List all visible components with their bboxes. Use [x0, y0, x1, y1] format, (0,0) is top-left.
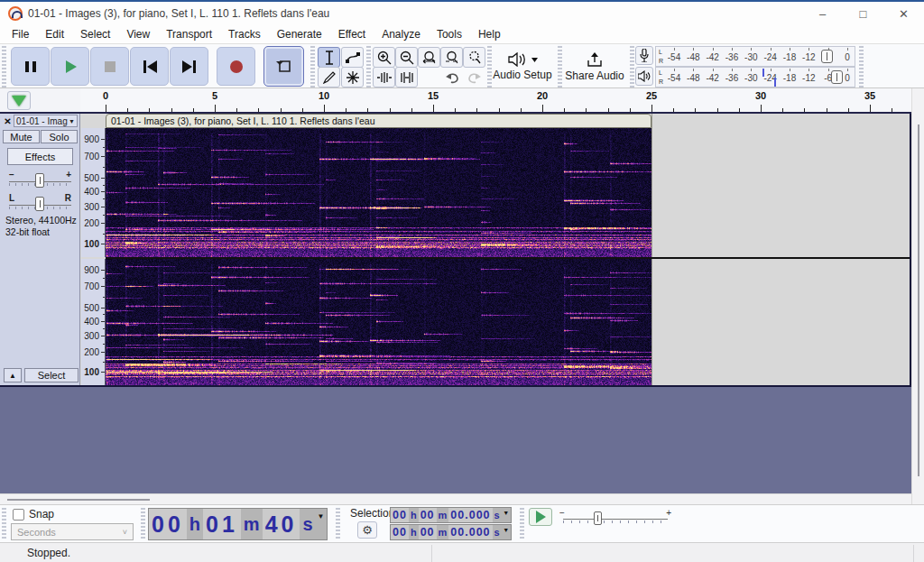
pause-button[interactable]	[11, 47, 50, 86]
sel-start-seconds[interactable]: 00.000	[448, 508, 492, 522]
record-volume-slider[interactable]	[821, 50, 833, 63]
toolbar-grip[interactable]	[2, 46, 6, 88]
sel-start-minutes[interactable]: 00	[419, 508, 437, 522]
toolbar-grip[interactable]	[310, 46, 315, 88]
timeline-ruler[interactable]: 05101520253035	[80, 88, 911, 114]
selection-settings-button[interactable]: ⚙	[357, 521, 377, 539]
frequency-ruler-right[interactable]: 900700500400300200100	[81, 259, 106, 385]
track-select-button[interactable]: Select	[24, 368, 79, 382]
envelope-tool-button[interactable]	[341, 47, 364, 68]
multi-tool-button[interactable]	[341, 67, 364, 88]
mute-button[interactable]: Mute	[3, 130, 40, 143]
record-button[interactable]	[217, 47, 255, 86]
track-name-menu[interactable]: 01-01 - Imag ▼	[14, 115, 78, 127]
play-at-speed-button[interactable]	[529, 508, 552, 526]
audio-setup-button[interactable]: Audio Setup	[493, 46, 552, 88]
zoom-out-button[interactable]	[395, 47, 418, 68]
playback-meter[interactable]: L R -54-48-42-36-30-24-18-12-60	[655, 67, 855, 88]
time-format-caret-icon[interactable]: ▼	[316, 509, 327, 539]
zoom-in-button[interactable]	[373, 47, 395, 68]
toolbar-grip[interactable]	[336, 508, 340, 540]
play-speed-slider[interactable]: − +	[559, 508, 671, 526]
skip-to-start-button[interactable]	[130, 47, 169, 86]
pan-slider[interactable]: L R	[7, 193, 73, 213]
track-collapse-button[interactable]: ▲	[4, 368, 22, 382]
redo-button[interactable]	[463, 67, 485, 88]
menu-help[interactable]: Help	[470, 26, 509, 42]
zoom-selection-button[interactable]	[418, 47, 440, 68]
selection-end-field[interactable]: 00 h 00 m 00.000 s ▼	[390, 524, 512, 540]
play-speed-handle[interactable]	[594, 511, 602, 525]
gain-slider[interactable]: − +	[7, 170, 73, 189]
audio-position-display[interactable]: 00 h 01 m 40 s ▼	[148, 508, 328, 540]
skip-to-end-button[interactable]	[170, 47, 208, 86]
vertical-scrollbar-thumb[interactable]	[918, 124, 919, 476]
menu-edit[interactable]: Edit	[37, 26, 72, 42]
menu-analyze[interactable]: Analyze	[374, 26, 429, 42]
zoom-selection-icon	[422, 51, 437, 65]
menu-tools[interactable]: Tools	[429, 26, 470, 42]
play-button[interactable]	[51, 47, 89, 86]
spectrogram-channel-right[interactable]	[106, 259, 651, 385]
menu-tracks[interactable]: Tracks	[220, 26, 269, 42]
time-seconds[interactable]: 40	[263, 509, 300, 539]
effects-button[interactable]: Effects	[7, 148, 73, 165]
undo-button[interactable]	[440, 67, 463, 88]
toolbar-grip[interactable]	[141, 508, 145, 540]
sel-end-caret-icon[interactable]: ▼	[502, 525, 511, 539]
toolbar-grip[interactable]	[2, 508, 6, 540]
solo-button[interactable]: Solo	[41, 130, 78, 143]
record-meter-button[interactable]	[635, 46, 653, 65]
sel-end-minutes[interactable]: 00	[419, 525, 437, 539]
snap-checkbox[interactable]	[13, 509, 24, 521]
toolbar-grip[interactable]	[520, 508, 524, 540]
menu-transport[interactable]: Transport	[158, 26, 220, 42]
maximize-button[interactable]: □	[843, 2, 883, 25]
selection-tool-button[interactable]	[318, 47, 340, 68]
time-hours[interactable]: 00	[149, 509, 187, 539]
stop-button[interactable]	[90, 47, 129, 86]
toolbar-grip[interactable]	[630, 46, 634, 88]
title-bar[interactable]: 01-01 - Images (3), for piano, Set I, L.…	[0, 2, 924, 25]
track-empty-area[interactable]	[651, 114, 910, 385]
selection-start-field[interactable]: 00 h 00 m 00.000 s ▼	[390, 507, 512, 523]
sel-start-caret-icon[interactable]: ▼	[502, 508, 511, 522]
frequency-ruler-left[interactable]: 900700500400300200100	[81, 128, 106, 257]
loop-button[interactable]	[263, 46, 304, 87]
sel-end-hours[interactable]: 00	[391, 525, 409, 539]
record-meter[interactable]: L R -54-48-42-36-30-24-18-12-60	[655, 46, 855, 67]
menu-file[interactable]: File	[4, 26, 37, 42]
vertical-scrollbar[interactable]	[911, 88, 924, 504]
menu-view[interactable]: View	[118, 26, 158, 42]
track-close-button[interactable]: ✕	[2, 115, 14, 127]
toolbar-grip[interactable]	[859, 46, 864, 88]
toolbar-grip[interactable]	[487, 46, 492, 88]
share-audio-button[interactable]: Share Audio	[563, 46, 626, 88]
pinned-play-head-button[interactable]	[7, 91, 31, 110]
sel-end-seconds[interactable]: 00.000	[448, 525, 492, 539]
menu-select[interactable]: Select	[72, 26, 118, 42]
silence-audio-button[interactable]	[395, 67, 418, 88]
zoom-toggle-button[interactable]	[463, 47, 485, 68]
sel-start-hours[interactable]: 00	[391, 508, 409, 522]
playback-meter-button[interactable]	[635, 67, 653, 86]
horizontal-scrollbar-thumb[interactable]	[7, 499, 150, 501]
menu-generate[interactable]: Generate	[269, 26, 330, 42]
draw-tool-button[interactable]	[318, 67, 340, 88]
snap-mode-select[interactable]: Seconds ˅	[11, 523, 134, 540]
horizontal-scrollbar[interactable]	[0, 493, 911, 504]
ruler-tick	[346, 108, 346, 112]
gain-slider-handle[interactable]	[35, 173, 44, 188]
minimize-button[interactable]: –	[802, 2, 843, 25]
toolbar-grip[interactable]	[558, 46, 562, 88]
clip-header[interactable]: 01-01 - Images (3), for piano, Set I, L.…	[106, 114, 651, 128]
time-minutes[interactable]: 01	[203, 509, 241, 539]
trim-audio-button[interactable]	[373, 67, 395, 88]
fit-project-button[interactable]	[440, 47, 463, 68]
playback-volume-slider[interactable]	[831, 70, 843, 84]
toolbar-grip[interactable]	[366, 46, 371, 88]
menu-effect[interactable]: Effect	[330, 26, 374, 42]
pan-slider-handle[interactable]	[35, 197, 44, 211]
spectrogram-channel-left[interactable]	[106, 128, 651, 257]
close-button[interactable]: ✕	[883, 2, 924, 25]
